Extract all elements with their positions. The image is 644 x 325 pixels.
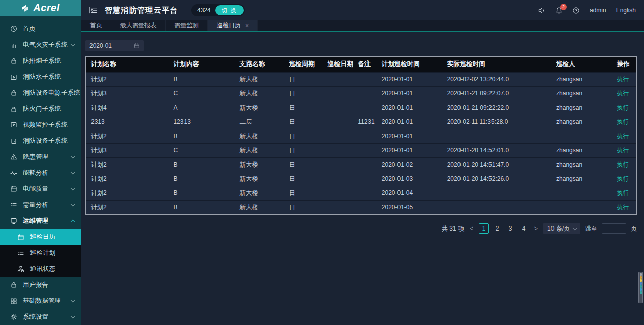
switch-station-button[interactable]: 切 换 bbox=[215, 5, 244, 15]
execute-link[interactable]: 执行 bbox=[617, 189, 629, 197]
sidebar-item-video-monitoring-subsystem[interactable]: 视频监控子系统 bbox=[0, 117, 81, 134]
table-cell: 2020-01-01 bbox=[377, 86, 442, 101]
table-cell: zhangsan bbox=[551, 101, 611, 115]
chevron-down-icon bbox=[71, 170, 75, 174]
table-cell bbox=[323, 101, 353, 115]
execute-link[interactable]: 执行 bbox=[617, 204, 629, 211]
table-cell: A bbox=[168, 101, 234, 115]
table-cell bbox=[551, 129, 611, 143]
topbar: 智慧消防管理云平台 4324 切 换 2 admin English bbox=[81, 0, 644, 20]
table-cell-action: 执行 bbox=[611, 86, 636, 101]
sidebar-item-fire-door-subsystem[interactable]: 防火门子系统 bbox=[0, 101, 81, 117]
inspection-table-container: 计划名称计划内容支路名称巡检周期巡检日期备注计划巡检时间实际巡检时间巡检人操作 … bbox=[85, 56, 637, 215]
table-cell: B bbox=[168, 172, 234, 186]
table-cell: 日 bbox=[284, 129, 323, 143]
table-cell: 计划2 bbox=[86, 200, 168, 214]
chevron-down-icon bbox=[71, 186, 75, 190]
sidebar-item-label: 消防水子系统 bbox=[23, 73, 61, 81]
sidebar-item-hazard-management[interactable]: 隐患管理 bbox=[0, 149, 81, 166]
jump-page-input[interactable] bbox=[602, 223, 626, 234]
execute-link[interactable]: 执行 bbox=[617, 133, 629, 140]
execute-link[interactable]: 执行 bbox=[617, 147, 629, 154]
sidebar-item-label: 防排烟子系统 bbox=[23, 57, 61, 66]
chevron-down-icon bbox=[71, 298, 75, 302]
page-title: 智慧消防管理云平台 bbox=[105, 6, 178, 15]
next-page-icon[interactable]: > bbox=[533, 225, 539, 232]
tab-home[interactable]: 首页 bbox=[81, 20, 111, 31]
page-button-4[interactable]: 4 bbox=[518, 223, 529, 234]
sidebar-item-operations-management[interactable]: 运维管理 bbox=[0, 213, 81, 230]
table-cell: 2020-01-03 bbox=[377, 172, 442, 186]
sidebar-item-demand-analysis[interactable]: 需量分析 bbox=[0, 197, 81, 213]
sidebar-item-energy-analysis[interactable]: 能耗分析 bbox=[0, 165, 81, 181]
execute-link[interactable]: 执行 bbox=[617, 175, 629, 182]
sidebar-item-label: 基础数据管理 bbox=[23, 297, 61, 305]
table-cell bbox=[353, 157, 377, 172]
table-cell: zhangsan bbox=[551, 72, 611, 86]
sidebar-item-home[interactable]: 首页 bbox=[0, 21, 81, 38]
sidebar-item-label: 巡检计划 bbox=[30, 249, 55, 257]
month-picker-input[interactable]: 2020-01 bbox=[85, 40, 144, 51]
execute-link[interactable]: 执行 bbox=[617, 90, 629, 97]
sound-icon[interactable] bbox=[538, 7, 545, 14]
table-cell: C bbox=[168, 143, 234, 157]
jump-label: 跳至 bbox=[585, 224, 597, 233]
sidebar-item-electrical-fire-subsystem[interactable]: 电气火灾子系统 bbox=[0, 37, 81, 53]
sidebar-item-base-data-management[interactable]: 基础数据管理 bbox=[0, 293, 81, 309]
page-button-1[interactable]: 1 bbox=[479, 223, 489, 234]
chart-icon bbox=[10, 42, 17, 49]
prev-page-icon[interactable]: < bbox=[469, 225, 474, 232]
user-menu[interactable]: admin bbox=[590, 7, 606, 14]
language-switch[interactable]: English bbox=[616, 7, 636, 14]
table-cell: 新大楼 bbox=[234, 101, 284, 115]
execute-link[interactable]: 执行 bbox=[617, 161, 629, 168]
page-button-2[interactable]: 2 bbox=[492, 223, 502, 234]
table-cell: B bbox=[168, 200, 234, 214]
sidebar-item-user-report[interactable]: 用户报告 bbox=[0, 277, 81, 294]
sidebar-item-inspection-plan[interactable]: 巡检计划 bbox=[0, 245, 81, 262]
sidebar-item-fire-equipment-power-subsystem[interactable]: 消防设备电源子系统 bbox=[0, 85, 81, 102]
play-icon bbox=[10, 74, 17, 81]
table-cell bbox=[323, 200, 353, 214]
table-cell: 日 bbox=[284, 72, 323, 86]
sidebar-item-power-quality[interactable]: 电能质量 bbox=[0, 181, 81, 198]
table-cell: 2020-01-20 14:51:47.0 bbox=[442, 157, 551, 172]
execute-link[interactable]: 执行 bbox=[617, 76, 629, 83]
table-cell: 新大楼 bbox=[234, 86, 284, 101]
table-cell: 计划2 bbox=[86, 186, 168, 200]
sidebar-item-label: 防火门子系统 bbox=[23, 105, 61, 113]
tab-demand-monitoring[interactable]: 需量监测 bbox=[166, 20, 208, 31]
table-cell bbox=[323, 172, 353, 186]
page-size-select[interactable]: 10 条/页 bbox=[543, 223, 580, 234]
notifications-bell-icon[interactable]: 2 bbox=[555, 7, 563, 14]
page-unit-label: 页 bbox=[631, 224, 637, 233]
list-icon bbox=[10, 202, 17, 209]
sidebar-item-inspection-calendar[interactable]: 巡检日历 bbox=[0, 229, 81, 245]
tab-max-demand-report[interactable]: 最大需量报表 bbox=[111, 20, 166, 31]
scrollbar-minimap[interactable] bbox=[638, 272, 643, 303]
collapse-sidebar-icon[interactable] bbox=[88, 7, 98, 14]
execute-link[interactable]: 执行 bbox=[617, 104, 629, 111]
main-area: 智慧消防管理云平台 4324 切 换 2 admin English bbox=[81, 0, 644, 325]
sidebar-item-fire-equipment-subsystem[interactable]: 消防设备子系统 bbox=[0, 133, 81, 149]
month-picker-value: 2020-01 bbox=[89, 42, 112, 49]
table-cell: 新大楼 bbox=[234, 200, 284, 214]
app-window: Acrel 首页电气火灾子系统防排烟子系统消防水子系统消防设备电源子系统防火门子… bbox=[0, 0, 644, 325]
execute-link[interactable]: 执行 bbox=[617, 118, 629, 125]
sidebar-item-label: 视频监控子系统 bbox=[23, 121, 68, 129]
sidebar-item-communication-status[interactable]: 通讯状态 bbox=[0, 261, 81, 277]
column-header: 计划巡检时间 bbox=[377, 57, 442, 72]
tab-inspection-calendar[interactable]: 巡检日历× bbox=[208, 20, 258, 31]
lock-icon bbox=[10, 281, 17, 288]
tab-label: 首页 bbox=[90, 21, 102, 30]
sidebar-item-fire-water-subsystem[interactable]: 消防水子系统 bbox=[0, 69, 81, 85]
page-button-3[interactable]: 3 bbox=[505, 223, 515, 234]
gear-icon bbox=[10, 313, 17, 320]
column-header: 巡检日期 bbox=[323, 57, 353, 72]
sidebar-item-smoke-control-subsystem[interactable]: 防排烟子系统 bbox=[0, 53, 81, 70]
tab-close-icon[interactable]: × bbox=[245, 23, 249, 29]
help-icon[interactable] bbox=[572, 7, 580, 14]
sidebar: Acrel 首页电气火灾子系统防排烟子系统消防水子系统消防设备电源子系统防火门子… bbox=[0, 0, 81, 325]
page-buttons: 1234 bbox=[479, 223, 529, 234]
sidebar-item-system-settings[interactable]: 系统设置 bbox=[0, 309, 81, 325]
